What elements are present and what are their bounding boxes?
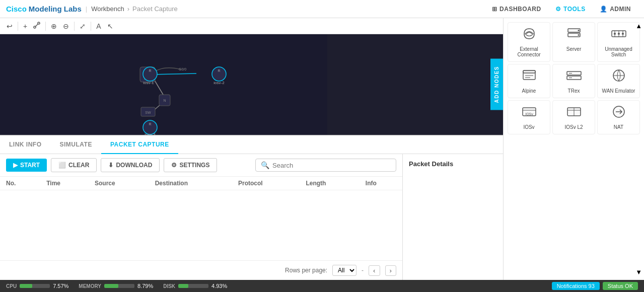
trex-label: TRex — [568, 88, 580, 94]
search-input[interactable] — [272, 162, 391, 169]
undo-btn[interactable]: ↩ — [4, 21, 15, 31]
alpine-icon — [521, 68, 537, 86]
svg-text:IOSv: IOSv — [525, 112, 533, 116]
gear-icon: ⚙ — [555, 6, 561, 13]
disk-bar-fill — [178, 284, 188, 288]
bottom-section: LINK INFO SIMULATE PACKET CAPTURE ▶ STAR… — [0, 135, 503, 280]
packet-table-area: ▶ START ⬜ CLEAR ⬇ DOWNLOAD ⚙ — [0, 154, 402, 280]
svg-rect-3 — [0, 34, 327, 135]
node-alpine[interactable]: Alpine — [508, 64, 550, 98]
svg-rect-35 — [523, 70, 535, 73]
disk-label: DISK — [163, 283, 175, 289]
add-nodes-btn[interactable]: ADD NODES — [490, 59, 503, 110]
add-link-btn[interactable] — [31, 21, 43, 31]
iosv-l2-icon — [566, 105, 582, 122]
toolbar-sep-1 — [18, 22, 18, 31]
svg-text:SW: SW — [145, 111, 151, 114]
svg-text:iosv-3: iosv-3 — [145, 132, 156, 135]
play-icon: ▶ — [13, 162, 18, 169]
iosv-label: IOSv — [523, 124, 534, 130]
col-protocol: Protocol — [232, 177, 300, 190]
tab-packet-capture[interactable]: PACKET CAPTURE — [101, 136, 178, 154]
packet-details-panel: Packet Details — [402, 154, 503, 280]
svg-point-32 — [618, 33, 620, 35]
node-wan-emulator[interactable]: WAN Emulator — [597, 64, 640, 98]
nav-breadcrumb: › — [127, 5, 129, 13]
expand-btn[interactable]: ⤢ — [77, 21, 88, 31]
tab-link-info[interactable]: LINK INFO — [0, 136, 51, 154]
start-button[interactable]: ▶ START — [6, 159, 47, 172]
cpu-status: CPU 7.57% — [6, 283, 68, 289]
col-destination: Destination — [149, 177, 232, 190]
unmanaged-switch-icon — [611, 27, 627, 44]
memory-status: MEMORY 8.79% — [79, 283, 153, 289]
next-page-btn[interactable]: › — [385, 265, 396, 276]
scroll-up-arrow[interactable]: ▲ — [635, 22, 642, 30]
toolbar-sep-4 — [91, 22, 91, 31]
node-iosv[interactable]: IOSv IOSv — [508, 100, 550, 134]
canvas-toolbar: ↩ + ⊕ ⊖ ⤢ A ↖ — [0, 18, 503, 34]
download-button[interactable]: ⬇ DOWNLOAD — [101, 158, 160, 172]
clear-icon: ⬜ — [58, 162, 66, 169]
node-trex[interactable]: TRex — [552, 64, 595, 98]
pointer-btn[interactable]: ↖ — [105, 21, 116, 31]
tab-simulate[interactable]: SIMULATE — [51, 136, 101, 154]
dashboard-btn[interactable]: ⊞ DASHBOARD — [485, 0, 548, 18]
disk-value: 4.93% — [211, 283, 227, 289]
external-connector-label: External Connector — [510, 46, 548, 57]
tabs: LINK INFO SIMULATE PACKET CAPTURE — [0, 136, 503, 154]
svg-text:R: R — [149, 122, 151, 126]
rows-per-page-select[interactable]: All 10 25 50 — [332, 265, 356, 276]
nat-icon — [611, 105, 627, 122]
memory-value: 8.79% — [137, 283, 153, 289]
tools-btn[interactable]: ⚙ TOOLS — [548, 0, 593, 18]
scroll-down-arrow[interactable]: ▼ — [635, 268, 642, 276]
server-icon — [566, 27, 582, 44]
add-node-btn[interactable]: + — [21, 21, 30, 31]
node-iosv-l2[interactable]: IOSv L2 — [552, 100, 595, 134]
wan-emulator-label: WAN Emulator — [602, 88, 635, 94]
toolbar-sep-2 — [45, 22, 46, 31]
server-label: Server — [566, 46, 581, 52]
svg-text:iosv-2: iosv-2 — [213, 81, 225, 85]
col-time: Time — [40, 177, 89, 190]
svg-point-31 — [614, 33, 616, 35]
rows-per-page-label: Rows per page: — [285, 267, 327, 274]
text-tool-btn[interactable]: A — [94, 21, 103, 31]
status-ok-badge: Status OK — [603, 282, 638, 290]
settings-icon: ⚙ — [171, 162, 177, 169]
nav-workbench: Workbench — [91, 5, 124, 13]
admin-btn[interactable]: 👤 ADMIN — [593, 0, 638, 18]
col-length: Length — [300, 177, 359, 190]
main-area: ↩ + ⊕ ⊖ ⤢ A ↖ — [0, 18, 644, 280]
node-unmanaged-switch[interactable]: Unmanaged Switch — [597, 22, 640, 62]
logo-cisco: Cisco — [6, 5, 27, 13]
trex-icon — [566, 68, 582, 86]
svg-point-26 — [578, 34, 579, 36]
zoom-out-btn[interactable]: ⊖ — [60, 21, 71, 31]
node-external-connector[interactable]: External Connector — [508, 22, 550, 62]
cpu-bar-fill — [20, 284, 32, 288]
cpu-value: 7.57% — [53, 283, 68, 289]
svg-text:iosv-1: iosv-1 — [143, 81, 154, 85]
disk-status: DISK 4.93% — [163, 283, 227, 289]
memory-bar-fill — [104, 284, 118, 288]
dashboard-icon: ⊞ — [492, 6, 497, 13]
svg-text:R: R — [149, 69, 151, 72]
zoom-in-btn[interactable]: ⊕ — [48, 21, 59, 31]
node-server[interactable]: Server — [552, 22, 595, 62]
nodes-grid: External Connector Server — [504, 18, 644, 138]
memory-label: MEMORY — [79, 283, 101, 289]
node-nat[interactable]: NAT — [597, 100, 640, 134]
cpu-bar-bg — [20, 284, 50, 288]
prev-page-btn[interactable]: ‹ — [369, 265, 380, 276]
col-no: No. — [0, 177, 40, 190]
toolbar-sep-3 — [74, 22, 75, 31]
status-bar: CPU 7.57% MEMORY 8.79% DISK 4.93% Notifi… — [0, 280, 644, 292]
search-icon: 🔍 — [261, 161, 269, 169]
notifications-badge[interactable]: Notifications 93 — [552, 282, 600, 290]
iosv-l2-label: IOSv L2 — [564, 124, 583, 130]
alpine-label: Alpine — [522, 88, 536, 94]
settings-button[interactable]: ⚙ SETTINGS — [164, 158, 217, 172]
clear-button[interactable]: ⬜ CLEAR — [51, 158, 97, 172]
